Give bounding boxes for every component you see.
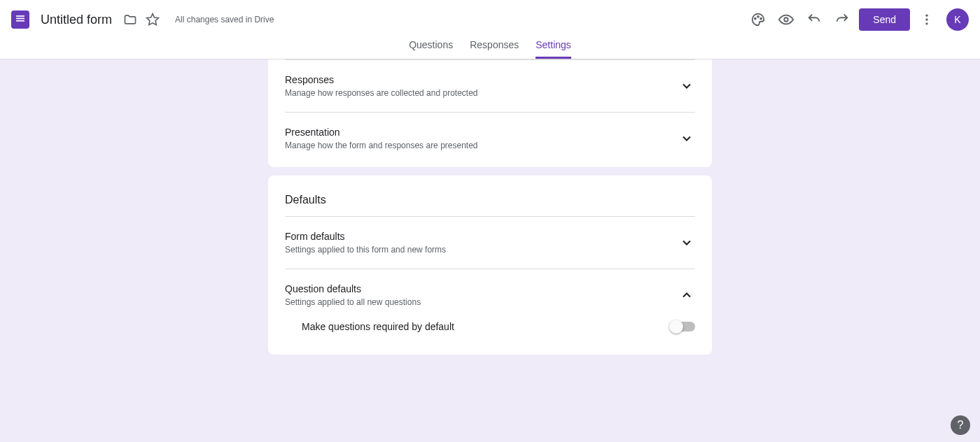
- preview-icon[interactable]: [772, 6, 800, 34]
- question-defaults-desc: Settings applied to all new questions: [285, 297, 678, 307]
- question-defaults-title: Question defaults: [285, 283, 678, 294]
- star-icon[interactable]: [141, 8, 164, 31]
- form-defaults-title: Form defaults: [285, 231, 678, 242]
- svg-marker-0: [147, 14, 159, 25]
- forms-logo-icon[interactable]: [11, 10, 29, 29]
- setting-responses-desc: Manage how responses are collected and p…: [285, 88, 678, 98]
- svg-point-3: [761, 18, 762, 20]
- save-status: All changes saved in Drive: [175, 15, 274, 24]
- required-by-default-toggle[interactable]: [671, 322, 695, 332]
- setting-responses[interactable]: Responses Manage how responses are colle…: [285, 60, 695, 112]
- chevron-down-icon: [678, 78, 695, 94]
- svg-point-1: [755, 18, 756, 20]
- account-avatar[interactable]: K: [946, 8, 969, 31]
- undo-icon[interactable]: [800, 6, 828, 34]
- tab-responses[interactable]: Responses: [470, 39, 519, 59]
- settings-card: Responses Manage how responses are colle…: [268, 59, 712, 167]
- svg-point-2: [757, 16, 759, 17]
- help-button[interactable]: ?: [951, 415, 970, 435]
- chevron-up-icon: [678, 287, 695, 304]
- setting-presentation[interactable]: Presentation Manage how the form and res…: [285, 113, 695, 164]
- tab-bar: Questions Responses Settings: [0, 39, 980, 59]
- svg-point-4: [785, 17, 789, 22]
- move-to-folder-icon[interactable]: [119, 8, 141, 31]
- form-defaults-desc: Settings applied to this form and new fo…: [285, 245, 678, 255]
- header-top-row: Untitled form All changes saved in Drive…: [0, 0, 980, 39]
- form-title[interactable]: Untitled form: [41, 13, 112, 27]
- setting-presentation-desc: Manage how the form and responses are pr…: [285, 141, 678, 150]
- defaults-card: Defaults Form defaults Settings applied …: [268, 176, 712, 355]
- svg-point-7: [925, 22, 927, 24]
- app-header: Untitled form All changes saved in Drive…: [0, 0, 980, 59]
- tab-questions[interactable]: Questions: [409, 39, 453, 59]
- svg-point-6: [925, 18, 927, 20]
- send-button[interactable]: Send: [859, 8, 910, 31]
- setting-form-defaults[interactable]: Form defaults Settings applied to this f…: [285, 217, 695, 269]
- chevron-down-icon: [678, 130, 695, 147]
- defaults-card-title: Defaults: [285, 178, 695, 216]
- tab-settings[interactable]: Settings: [536, 39, 571, 59]
- chevron-down-icon: [678, 234, 695, 251]
- svg-point-5: [925, 15, 927, 17]
- main-content: Responses Manage how responses are colle…: [0, 59, 980, 442]
- setting-presentation-title: Presentation: [285, 127, 678, 138]
- setting-responses-title: Responses: [285, 74, 678, 85]
- customize-theme-icon[interactable]: [744, 6, 772, 34]
- required-by-default-label: Make questions required by default: [302, 321, 671, 332]
- setting-question-defaults[interactable]: Question defaults Settings applied to al…: [285, 269, 695, 315]
- redo-icon[interactable]: [828, 6, 856, 34]
- required-by-default-row: Make questions required by default: [285, 315, 695, 352]
- more-options-icon[interactable]: [913, 6, 941, 34]
